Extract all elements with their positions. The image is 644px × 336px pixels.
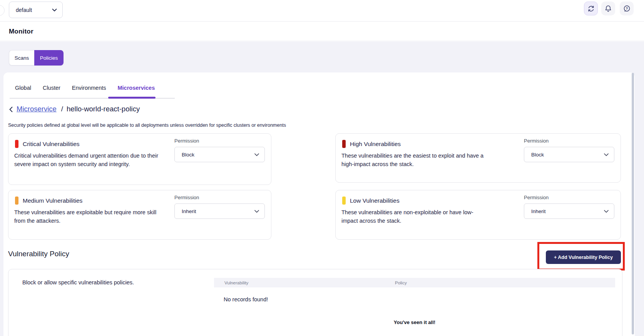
- card-description: These vulnerabilities are exploitable bu…: [14, 208, 161, 225]
- permission-value: Block: [531, 152, 544, 158]
- tab-global[interactable]: Global: [15, 84, 31, 92]
- column-header-policy: Policy: [395, 281, 407, 285]
- table-end-message: You've seen it all!: [214, 319, 615, 325]
- chevron-down-icon: [604, 210, 609, 213]
- vulnerability-policy-card: Block or allow specific vulnerabilities …: [8, 269, 622, 336]
- low-vulnerabilities-card: Low Vulnerabilities These vulnerabilitie…: [335, 190, 621, 240]
- card-title: Critical Vulnerabilities: [23, 141, 80, 148]
- chevron-down-icon: [254, 210, 259, 213]
- permission-label: Permission: [174, 138, 265, 144]
- chevron-down-icon: [604, 153, 609, 156]
- active-tab-indicator: [108, 97, 156, 99]
- chevron-down-icon: [52, 8, 57, 12]
- card-description: These vulnerabilities are the easiest to…: [341, 152, 488, 169]
- permission-label: Permission: [524, 195, 614, 200]
- breadcrumb-current-policy: hello-world-react-policy: [67, 105, 140, 113]
- breadcrumb-microservice-link[interactable]: Microservice: [17, 105, 57, 113]
- sidebar-toggle-button[interactable]: [0, 5, 5, 16]
- medium-vulnerabilities-card: Medium Vulnerabilities These vulnerabili…: [8, 190, 271, 240]
- column-header-vulnerability: Vulnerability: [224, 281, 395, 285]
- card-title: High Vulnerabilities: [350, 141, 401, 148]
- high-vulnerabilities-card: High Vulnerabilities These vulnerabiliti…: [335, 133, 621, 183]
- permission-field: Permission Block: [524, 138, 614, 162]
- permission-value: Inherit: [182, 208, 196, 214]
- annotation-highlight-box: + Add Vulnerability Policy: [537, 242, 625, 270]
- refresh-button[interactable]: [584, 2, 598, 15]
- table-header-row: Vulnerability Policy: [214, 278, 615, 287]
- permission-field: Permission Inherit: [174, 195, 265, 219]
- svg-text:?: ?: [626, 6, 628, 10]
- add-vulnerability-policy-button[interactable]: + Add Vulnerability Policy: [546, 250, 621, 264]
- workspace-selector[interactable]: default: [9, 2, 63, 18]
- policies-panel: Global Cluster Environments Microservice…: [3, 72, 635, 336]
- refresh-icon: [587, 5, 595, 12]
- card-title: Low Vulnerabilities: [350, 197, 400, 204]
- card-title: Medium Vulnerabilities: [23, 197, 82, 204]
- permission-value: Inherit: [531, 208, 546, 214]
- scans-policies-toggle: Scans Policies: [9, 50, 64, 66]
- scope-tabs: Global Cluster Environments Microservice…: [15, 84, 155, 92]
- chevron-down-icon: [254, 153, 259, 156]
- low-permission-select[interactable]: Inherit: [524, 203, 614, 219]
- permission-field: Permission Block: [174, 138, 265, 162]
- help-icon: ?: [623, 5, 631, 12]
- tab-cluster[interactable]: Cluster: [43, 84, 60, 92]
- card-description: Critical vulnerabilities demand urgent a…: [14, 152, 161, 169]
- back-chevron-icon[interactable]: [9, 106, 13, 113]
- critical-severity-pill: [15, 140, 18, 148]
- vulnerability-policy-heading: Vulnerability Policy: [8, 250, 69, 258]
- critical-permission-select[interactable]: Block: [174, 147, 265, 162]
- table-empty-message: No records found!: [224, 296, 268, 302]
- notifications-button[interactable]: [601, 2, 615, 15]
- page-header: Monitor: [0, 22, 644, 41]
- critical-vulnerabilities-card: Critical Vulnerabilities Critical vulner…: [8, 133, 271, 185]
- toggle-option-scans[interactable]: Scans: [9, 50, 34, 66]
- permission-label: Permission: [174, 195, 265, 200]
- page-title: Monitor: [9, 28, 33, 35]
- medium-severity-pill: [15, 197, 18, 205]
- vertical-scrollbar[interactable]: [632, 73, 634, 334]
- help-button[interactable]: ?: [620, 2, 634, 15]
- breadcrumb: Microservice / hello-world-react-policy: [9, 105, 140, 113]
- high-permission-select[interactable]: Block: [524, 147, 614, 162]
- top-bar: default ?: [0, 0, 644, 22]
- permission-field: Permission Inherit: [524, 195, 614, 219]
- content-area: Scans Policies Global Cluster Environmen…: [0, 42, 644, 336]
- tab-environments[interactable]: Environments: [72, 84, 106, 92]
- medium-permission-select[interactable]: Inherit: [174, 203, 265, 219]
- card-description: These vulnerabilities are non-exploitabl…: [341, 208, 488, 225]
- toggle-option-policies[interactable]: Policies: [34, 50, 64, 66]
- permission-value: Block: [182, 152, 194, 158]
- notifications-bell-icon: [605, 5, 612, 12]
- tab-microservices[interactable]: Microservices: [118, 84, 155, 92]
- low-severity-pill: [342, 197, 346, 205]
- vulnerability-policy-card-description: Block or allow specific vulnerabilities …: [22, 279, 134, 286]
- breadcrumb-separator: /: [61, 105, 63, 113]
- workspace-selector-value: default: [16, 7, 32, 13]
- policy-scope-description: Security policies defined at global leve…: [8, 123, 286, 128]
- high-severity-pill: [342, 140, 346, 148]
- permission-label: Permission: [524, 138, 614, 144]
